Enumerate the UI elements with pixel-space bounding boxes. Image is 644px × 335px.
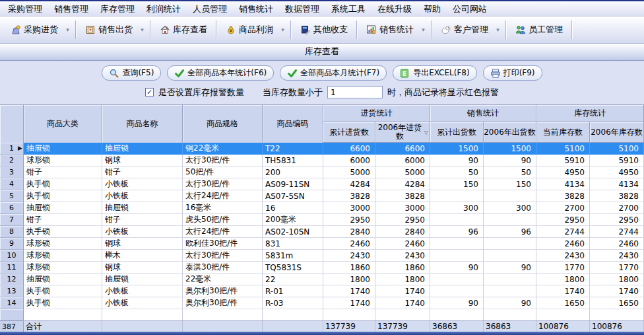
- toolbar-button[interactable]: 客户管理: [435, 20, 494, 40]
- row-number-cell[interactable]: 1▶: [0, 143, 24, 155]
- action-button[interactable]: 查询(F5): [102, 65, 161, 81]
- column-group: 进货统计累计进货数2006年进货数▽: [323, 105, 430, 143]
- column-header[interactable]: 商品大类: [24, 105, 102, 143]
- alert-prefix-text: 当库存数量小于: [263, 87, 323, 98]
- column-header[interactable]: 2006年出货数: [484, 122, 536, 143]
- alert-checkbox[interactable]: ✓: [145, 88, 154, 96]
- table-cell: 2460: [536, 238, 590, 250]
- toolbar-button[interactable]: 采购进货: [5, 20, 63, 40]
- chevron-down-icon[interactable]: ▾: [138, 20, 146, 40]
- table-cell: 抽屉锁: [102, 143, 183, 155]
- table-row[interactable]: 4执手锁小铁板太行30把/件AS09-11SN42844284150150413…: [0, 178, 644, 190]
- toolbar-button[interactable]: 员工管理: [510, 20, 568, 40]
- table-cell: 欧利佳30把/件: [183, 238, 263, 250]
- table-cell: [430, 214, 484, 226]
- menu-item[interactable]: 人员管理: [187, 2, 233, 16]
- table-row[interactable]: 10球形锁榉木太行30把/件5831m2430243024302430: [0, 250, 644, 262]
- table-cell: 200: [263, 167, 323, 178]
- action-button[interactable]: E导出EXCEL(F8): [393, 65, 476, 81]
- row-number-cell[interactable]: 6: [0, 202, 24, 214]
- menu-item[interactable]: 销售统计: [233, 2, 279, 16]
- chevron-down-icon[interactable]: ▾: [63, 20, 72, 40]
- row-number-cell[interactable]: 7: [0, 214, 24, 226]
- table-cell: 16: [263, 202, 323, 214]
- table-cell: 1740: [590, 285, 644, 297]
- chevron-down-icon[interactable]: ▾: [419, 20, 428, 40]
- toolbar-button[interactable]: 库存查看: [154, 20, 212, 40]
- action-button[interactable]: 打印(F9): [483, 65, 542, 81]
- table-cell: 钳子: [24, 167, 102, 178]
- alert-checkbox-label[interactable]: 是否设置库存报警数量: [158, 87, 244, 98]
- chevron-down-icon[interactable]: ▾: [494, 20, 502, 40]
- menu-item[interactable]: 销售管理: [48, 2, 94, 16]
- table-row[interactable]: 5执手锁小铁板太行24把/件AS07-5SN3828382838283828: [0, 190, 644, 202]
- table-cell: [430, 190, 484, 202]
- table-row[interactable]: 11球形锁钢球泰淇30把/件TQ5831S1860186090901770177…: [0, 262, 644, 274]
- column-header[interactable]: 商品编码: [263, 105, 323, 143]
- row-number-cell[interactable]: 10: [0, 250, 24, 262]
- table-row[interactable]: 7钳子钳子虎头50把/件200毫米2950295029502950: [0, 214, 644, 226]
- chevron-down-icon[interactable]: ▾: [278, 20, 287, 40]
- menu-item[interactable]: 采购管理: [2, 2, 48, 16]
- column-header[interactable]: 2006年库存数: [590, 122, 644, 143]
- menu-item[interactable]: 公司网站: [447, 2, 493, 16]
- stock-threshold-input[interactable]: [327, 86, 383, 98]
- action-button[interactable]: 全部商品本年统计(F6): [167, 65, 274, 81]
- column-header-label: 2006年库存数: [591, 127, 643, 138]
- table-row[interactable]: 9球形锁铜球欧利佳30把/件8312460246024602460: [0, 238, 644, 250]
- row-number-cell[interactable]: 8: [0, 226, 24, 238]
- column-header[interactable]: 2006年进货数▽: [375, 122, 430, 143]
- table-cell: 1800: [375, 274, 430, 285]
- menu-item[interactable]: 帮助: [418, 2, 447, 16]
- table-cell: 1740: [323, 297, 375, 309]
- row-number-cell[interactable]: 14: [0, 297, 24, 309]
- row-number-cell[interactable]: 11: [0, 262, 24, 274]
- action-button[interactable]: 全部商品本月统计(F7): [280, 65, 387, 81]
- toolbar-button[interactable]: 其他收支: [295, 20, 353, 40]
- row-number-cell[interactable]: 5: [0, 190, 24, 202]
- employee-mgmt-icon: [515, 24, 526, 35]
- table-cell: R-01: [263, 285, 323, 297]
- table-row[interactable]: 14执手锁小铁板奥尔利30把/件R-0317401740909016501650: [0, 297, 644, 309]
- menu-item[interactable]: 库存管理: [94, 2, 141, 16]
- menu-item[interactable]: 系统工具: [325, 2, 371, 16]
- row-number-cell[interactable]: 12: [0, 274, 24, 285]
- menu-item[interactable]: 利润统计: [141, 2, 187, 16]
- empty-cell: [323, 309, 375, 320]
- table-cell: 1650: [536, 297, 590, 309]
- row-number-cell[interactable]: 3: [0, 167, 24, 178]
- table-cell: 榉木: [102, 250, 183, 262]
- table-cell: 2460: [590, 238, 644, 250]
- column-header[interactable]: 商品规格: [183, 105, 263, 143]
- table-row[interactable]: 6抽屉锁抽屉锁16毫米163000300030030027002700: [0, 202, 644, 214]
- table-row[interactable]: 12抽屉锁抽屉锁22毫米221800180018001800: [0, 274, 644, 285]
- table-row[interactable]: 2球形锁钢球太行30把/件TH583160006000909059105910: [0, 155, 644, 167]
- table-cell: 50把/件: [183, 167, 263, 178]
- toolbar-button[interactable]: 销售出货: [80, 20, 138, 40]
- table-cell: 22毫米: [183, 274, 263, 285]
- inventory-app-window: 采购管理销售管理库存管理利润统计人员管理销售统计数据管理系统工具在线升级帮助公司…: [0, 0, 644, 335]
- menu-item[interactable]: 数据管理: [279, 2, 325, 16]
- empty-cell: [536, 309, 590, 320]
- toolbar-button[interactable]: 销售统计: [361, 20, 419, 40]
- table-row[interactable]: 1▶抽屉锁抽屉锁铜22毫米T22660066001500150051005100: [0, 143, 644, 155]
- table-cell: 3828: [323, 190, 375, 202]
- table-row[interactable]: 3钳子钳子50把/件20050005000505049504950: [0, 167, 644, 178]
- column-header[interactable]: 当前库存数: [536, 122, 590, 143]
- row-number-cell[interactable]: 2: [0, 155, 24, 167]
- table-row[interactable]: 8执手锁小铁板太行24把/件AS02-10SN28402840969627442…: [0, 226, 644, 238]
- table-cell: 1800: [536, 274, 590, 285]
- column-header[interactable]: 累计出货数: [430, 122, 484, 143]
- toolbar-button[interactable]: ¥商品利润: [220, 20, 278, 40]
- column-header[interactable]: 累计进货数: [323, 122, 375, 143]
- table-cell: 小铁板: [102, 226, 183, 238]
- menu-item[interactable]: 在线升级: [371, 2, 418, 16]
- table-cell: 50: [430, 167, 484, 178]
- row-number-cell[interactable]: 13: [0, 285, 24, 297]
- row-number-cell[interactable]: 9: [0, 238, 24, 250]
- table-cell: 3828: [536, 190, 590, 202]
- column-header[interactable]: 商品名称: [102, 105, 183, 143]
- table-row[interactable]: 13执手锁小铁板奥尔利30把/件R-011740174017401740: [0, 285, 644, 297]
- toolbar-separator: [356, 20, 358, 39]
- row-number-cell[interactable]: 4: [0, 178, 24, 190]
